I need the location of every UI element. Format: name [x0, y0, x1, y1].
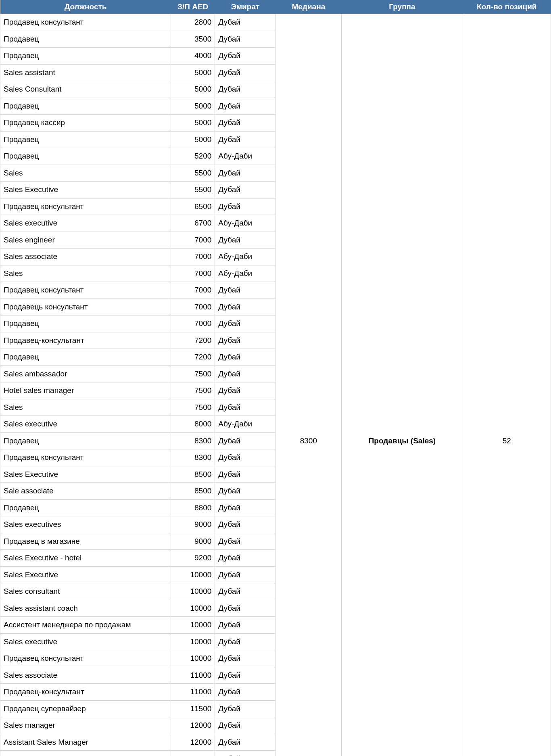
cell-emirate: Дубай [215, 684, 276, 701]
header-emirate: Эмират [215, 0, 276, 14]
cell-position: Продавець консультант [0, 299, 171, 315]
cell-emirate: Дубай [215, 633, 276, 650]
cell-emirate: Дубай [215, 734, 276, 751]
cell-emirate: Дубай [215, 751, 276, 756]
cell-position: Продавец консультант [0, 282, 171, 299]
cell-salary: 7000 [171, 315, 215, 332]
cell-position: Продавец консультант [0, 14, 171, 31]
cell-salary: 2800 [171, 14, 215, 31]
cell-salary: 12000 [171, 734, 215, 751]
cell-emirate: Дубай [215, 48, 276, 65]
cell-salary: 3500 [171, 31, 215, 48]
cell-salary: 10000 [171, 650, 215, 667]
cell-emirate: Дубай [215, 14, 276, 31]
cell-position: Sales executive [0, 633, 171, 650]
cell-position: Sales Executive - hotel [0, 550, 171, 567]
cell-emirate: Дубай [215, 64, 276, 81]
cell-salary: 7000 [171, 232, 215, 249]
cell-emirate: Дубай [215, 349, 276, 366]
header-group: Группа [342, 0, 463, 14]
cell-salary: 7500 [171, 399, 215, 416]
cell-salary: 8500 [171, 483, 215, 500]
cell-position: Продавец кассир [0, 115, 171, 132]
cell-position: Sales [0, 399, 171, 416]
cell-emirate: Дубай [215, 365, 276, 382]
cell-salary: 10000 [171, 633, 215, 650]
cell-salary: 11000 [171, 667, 215, 684]
cell-emirate: Дубай [215, 499, 276, 516]
cell-salary: 5000 [171, 115, 215, 132]
cell-salary: 7500 [171, 382, 215, 399]
cell-position: Hotel sales manager [0, 382, 171, 399]
cell-position: Продавец консультант [0, 198, 171, 215]
cell-position: Sales assistant coach [0, 600, 171, 617]
cell-position: Sales consultant [0, 583, 171, 600]
cell-position: Sale associate [0, 483, 171, 500]
cell-emirate: Дубай [215, 182, 276, 198]
cell-position: Продавец [0, 499, 171, 516]
cell-emirate: Дубай [215, 717, 276, 734]
cell-emirate: Дубай [215, 115, 276, 132]
cell-salary: 5500 [171, 182, 215, 198]
table-body: Продавец консультант2800Дубай8300Продавц… [0, 14, 551, 756]
salary-table: Должность З/П AED Эмират Медиана Группа … [0, 0, 551, 756]
cell-salary: 8000 [171, 416, 215, 433]
cell-salary: 10000 [171, 566, 215, 583]
cell-salary: 7000 [171, 299, 215, 315]
cell-salary: 7000 [171, 265, 215, 282]
cell-emirate: Дубай [215, 583, 276, 600]
cell-position: Продавец [0, 48, 171, 65]
cell-salary: 8300 [171, 432, 215, 449]
cell-position: Sales executive [0, 215, 171, 232]
cell-emirate: Дубай [215, 165, 276, 182]
cell-emirate: Дубай [215, 449, 276, 466]
cell-position: Sales engineer [0, 232, 171, 249]
cell-position: Sales manager [0, 717, 171, 734]
cell-position: Продавец супервайзер [0, 700, 171, 717]
cell-salary: 10000 [171, 583, 215, 600]
cell-emirate: Абу-Даби [215, 215, 276, 232]
cell-salary: 10000 [171, 617, 215, 634]
cell-salary: 7000 [171, 282, 215, 299]
cell-salary: 5000 [171, 64, 215, 81]
table-header-row: Должность З/П AED Эмират Медиана Группа … [0, 0, 551, 14]
cell-salary: 10000 [171, 600, 215, 617]
cell-emirate: Дубай [215, 550, 276, 567]
cell-emirate: Дубай [215, 399, 276, 416]
cell-emirate: Дубай [215, 315, 276, 332]
cell-median: 8300 [276, 14, 342, 756]
cell-position: Продавец консультант [0, 650, 171, 667]
cell-emirate: Дубай [215, 382, 276, 399]
cell-salary: 6500 [171, 198, 215, 215]
cell-position: Sales executives [0, 516, 171, 533]
cell-emirate: Дубай [215, 198, 276, 215]
cell-salary: 5000 [171, 131, 215, 148]
cell-salary: 5200 [171, 148, 215, 165]
cell-position: Ассистент менеджера по продажам [0, 617, 171, 634]
cell-position: Продавец [0, 315, 171, 332]
cell-position: Продавец консультант [0, 449, 171, 466]
cell-emirate: Дубай [215, 299, 276, 315]
cell-emirate: Дубай [215, 600, 276, 617]
header-median: Медиана [276, 0, 342, 14]
cell-salary: 9000 [171, 516, 215, 533]
cell-position: Продавец [0, 131, 171, 148]
cell-position: Sales [0, 265, 171, 282]
cell-salary: 7200 [171, 349, 215, 366]
cell-salary: 8800 [171, 499, 215, 516]
cell-salary: 7000 [171, 249, 215, 265]
cell-emirate: Дубай [215, 432, 276, 449]
cell-salary: 7200 [171, 332, 215, 349]
cell-position: Sales [0, 165, 171, 182]
cell-salary: 9200 [171, 550, 215, 567]
cell-salary: 11500 [171, 700, 215, 717]
cell-position: Продавец [0, 349, 171, 366]
cell-position: Sales Executive [0, 566, 171, 583]
cell-salary: 8300 [171, 449, 215, 466]
cell-position: Sales ambassador [0, 365, 171, 382]
cell-emirate: Абу-Даби [215, 148, 276, 165]
cell-position: Sales executive [0, 416, 171, 433]
cell-emirate: Дубай [215, 617, 276, 634]
cell-salary: 5000 [171, 98, 215, 115]
cell-salary: 11000 [171, 684, 215, 701]
